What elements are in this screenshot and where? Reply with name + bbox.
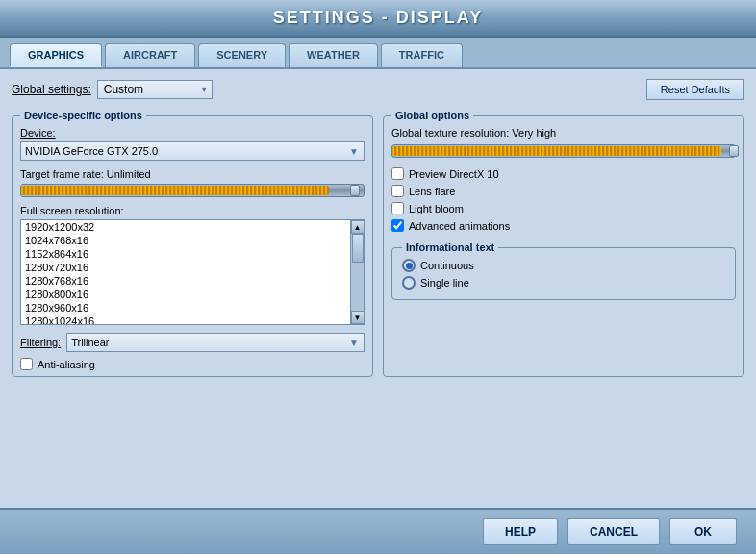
title-bar: SETTINGS - DISPLAY xyxy=(0,0,756,38)
global-settings-row: Global settings: Custom Low Medium High … xyxy=(12,79,744,100)
advanced-animations-row: Advanced animations xyxy=(391,219,736,232)
resolution-listbox-wrapper: 1920x1200x32 1024x768x16 1152x864x16 128… xyxy=(20,219,365,325)
global-settings-select[interactable]: Custom Low Medium High Ultra High xyxy=(97,80,213,99)
device-label: Device: xyxy=(20,127,365,138)
tab-aircraft[interactable]: AIRCRAFT xyxy=(105,43,195,67)
texture-slider-thumb xyxy=(729,145,739,157)
global-options-title: Global options xyxy=(391,110,473,121)
scrollbar-down-arrow[interactable]: ▼ xyxy=(351,311,365,324)
tab-weather[interactable]: WEATHER xyxy=(289,43,378,67)
light-bloom-row: Light bloom xyxy=(391,202,736,214)
antialiasing-label: Anti-aliasing xyxy=(38,359,95,370)
lens-flare-row: Lens flare xyxy=(391,185,736,197)
resolution-label: Full screen resolution: xyxy=(20,205,365,216)
content-area: Global settings: Custom Low Medium High … xyxy=(0,69,756,500)
frame-rate-slider-fill xyxy=(21,186,329,195)
list-item[interactable]: 1280x1024x16 xyxy=(21,315,350,324)
filtering-label: Filtering: xyxy=(20,337,61,348)
antialiasing-checkbox[interactable] xyxy=(20,358,33,370)
device-specific-panel: Device-specific options Device: NVIDIA G… xyxy=(12,110,373,377)
page-title: SETTINGS - DISPLAY xyxy=(273,8,483,27)
device-select-wrapper: NVIDIA GeForce GTX 275.0 xyxy=(20,141,365,161)
informational-text-panel: Informational text Continuous Single lin… xyxy=(391,241,736,300)
single-line-label: Single line xyxy=(420,277,469,289)
lens-flare-label: Lens flare xyxy=(409,186,455,197)
tab-graphics[interactable]: GRAPHICS xyxy=(10,43,102,67)
light-bloom-label: Light bloom xyxy=(409,203,464,214)
scrollbar-track[interactable] xyxy=(351,234,364,311)
list-item[interactable]: 1920x1200x32 xyxy=(21,220,350,234)
list-item[interactable]: 1280x960x16 xyxy=(21,301,350,315)
continuous-label: Continuous xyxy=(420,260,474,271)
global-settings-left: Global settings: Custom Low Medium High … xyxy=(12,80,213,99)
single-line-row: Single line xyxy=(402,276,725,290)
device-select[interactable]: NVIDIA GeForce GTX 275.0 xyxy=(20,141,365,161)
resolution-listbox[interactable]: 1920x1200x32 1024x768x16 1152x864x16 128… xyxy=(21,220,350,324)
frame-rate-slider-track[interactable] xyxy=(20,184,365,197)
continuous-row: Continuous xyxy=(402,259,725,272)
global-options-panel: Global options Global texture resolution… xyxy=(383,110,744,377)
scrollbar-up-arrow[interactable]: ▲ xyxy=(351,220,365,234)
global-settings-label: Global settings: xyxy=(12,83,91,96)
global-settings-select-wrapper: Custom Low Medium High Ultra High xyxy=(97,80,213,99)
list-item[interactable]: 1024x768x16 xyxy=(21,234,350,247)
filtering-row: Filtering: Trilinear Bilinear Anisotropi… xyxy=(20,333,365,352)
filtering-select[interactable]: Trilinear Bilinear Anisotropic 2x Anisot… xyxy=(66,333,365,352)
list-item[interactable]: 1280x768x16 xyxy=(21,274,350,288)
two-col-layout: Device-specific options Device: NVIDIA G… xyxy=(12,110,744,377)
preview-directx-checkbox[interactable] xyxy=(391,167,404,180)
ok-button[interactable]: OK xyxy=(669,518,737,545)
texture-slider-track[interactable] xyxy=(391,144,736,158)
lens-flare-checkbox[interactable] xyxy=(391,185,404,197)
scrollbar-thumb xyxy=(352,234,364,263)
list-item[interactable]: 1280x800x16 xyxy=(21,288,350,301)
preview-directx-label: Preview DirectX 10 xyxy=(409,168,499,180)
advanced-animations-label: Advanced animations xyxy=(409,220,510,232)
frame-rate-label: Target frame rate: Unlimited xyxy=(20,168,365,180)
reset-defaults-button[interactable]: Reset Defaults xyxy=(646,79,744,100)
texture-label: Global texture resolution: Very high xyxy=(391,127,736,138)
bottom-bar: HELP CANCEL OK xyxy=(0,508,756,554)
options-list: Preview DirectX 10 Lens flare Light bloo… xyxy=(391,167,736,232)
tab-bar: GRAPHICS AIRCRAFT SCENERY WEATHER TRAFFI… xyxy=(0,38,756,69)
list-item[interactable]: 1152x864x16 xyxy=(21,247,350,261)
help-button[interactable]: HELP xyxy=(483,518,558,545)
continuous-radio[interactable] xyxy=(402,259,416,272)
tab-traffic[interactable]: TRAFFIC xyxy=(381,43,463,67)
preview-directx-row: Preview DirectX 10 xyxy=(391,167,736,180)
filtering-select-wrapper: Trilinear Bilinear Anisotropic 2x Anisot… xyxy=(66,333,365,352)
informational-text-title: Informational text xyxy=(402,241,498,253)
advanced-animations-checkbox[interactable] xyxy=(391,219,404,232)
texture-slider-fill xyxy=(392,146,721,156)
single-line-radio[interactable] xyxy=(402,276,416,290)
listbox-scrollbar: ▲ ▼ xyxy=(350,220,364,324)
antialiasing-row: Anti-aliasing xyxy=(20,358,365,370)
tab-scenery[interactable]: SCENERY xyxy=(198,43,286,67)
cancel-button[interactable]: CANCEL xyxy=(567,518,660,545)
device-specific-title: Device-specific options xyxy=(20,110,146,121)
list-item[interactable]: 1280x720x16 xyxy=(21,261,350,274)
light-bloom-checkbox[interactable] xyxy=(391,202,404,214)
frame-rate-slider-thumb xyxy=(350,185,360,196)
